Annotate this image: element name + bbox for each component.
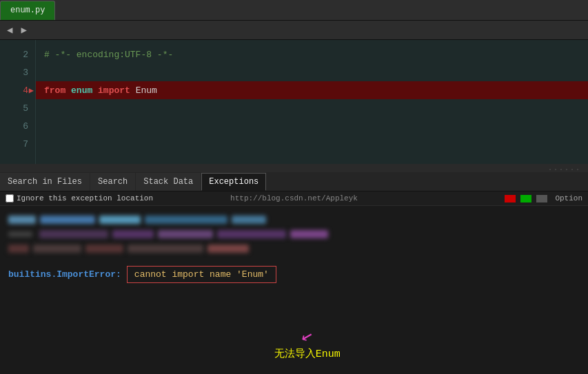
error-message: cannot import name 'Enum' [134,269,269,280]
ignore-label: Ignore this exception location [17,194,153,202]
toolbar: ◀ ▶ [0,21,588,40]
tab-exceptions[interactable]: Exceptions [201,173,266,191]
traceback-row-2 [8,228,580,240]
annotation-arrow-icon: ↙ [299,325,316,346]
annotation: ↙ 无法导入Enum [274,326,341,360]
current-line-arrow: ▶ [29,85,34,96]
module-name: enum [71,85,92,96]
line-numbers: 2 3 4 ▶ 5 6 7 [0,40,36,164]
tab-bar: enum.py [0,0,588,21]
ignore-checkbox-input[interactable] [6,194,14,202]
tab-search[interactable]: Search [90,173,135,191]
code-content[interactable]: # -*- encoding:UTF-8 -*- from enum impor… [36,40,588,164]
line-num-7: 7 [0,135,35,153]
panel-tabs: Search in Files Search Stack Data Except… [0,172,588,191]
line-num-4: 4 ▶ [0,81,35,99]
code-line-6 [36,117,588,135]
code-line-5 [36,99,588,117]
traceback-row-3 [8,242,580,255]
tab-label: enum.py [10,6,45,15]
line-num-3: 3 [0,63,35,81]
tab-stack-data[interactable]: Stack Data [136,173,201,191]
error-message-box: cannot import name 'Enum' [127,266,276,283]
line-num-5: 5 [0,99,35,117]
url-text: http://blog.csdn.net/Appleyk [230,194,358,202]
error-line: builtins.ImportError: cannot import name… [8,266,580,283]
flag-icon-1 [505,195,516,202]
back-button[interactable]: ◀ [4,23,15,37]
class-name: Enum [136,85,157,96]
from-keyword: from [44,85,65,96]
traceback-row-1 [8,214,580,226]
import-keyword: import [98,85,130,96]
divider: ...... [0,164,588,172]
line-num-2: 2 [0,45,35,63]
file-tab[interactable]: enum.py [0,1,55,20]
exception-area: builtins.ImportError: cannot import name… [0,206,588,374]
option-button[interactable]: Option [555,194,582,202]
error-label: builtins.ImportError: [8,269,121,280]
line-num-6: 6 [0,117,35,135]
editor-area: 2 3 4 ▶ 5 6 7 # -*- encoding:UTF-8 -*- f… [0,40,588,164]
code-line-7 [36,135,588,153]
code-line-2: # -*- encoding:UTF-8 -*- [36,45,588,63]
code-line-4: from enum import Enum [36,81,588,99]
ignore-exception-checkbox[interactable]: Ignore this exception location [6,194,153,202]
flag-icon-3 [536,195,547,202]
comment-text: # -*- encoding:UTF-8 -*- [44,50,173,60]
flag-icon-2 [520,195,531,202]
bottom-panel: Search in Files Search Stack Data Except… [0,172,588,374]
annotation-text: 无法导入Enum [274,347,341,360]
tab-search-in-files[interactable]: Search in Files [0,173,90,191]
options-row: Ignore this exception location http://bl… [0,191,588,206]
forward-button[interactable]: ▶ [18,23,29,37]
code-line-3 [36,63,588,81]
